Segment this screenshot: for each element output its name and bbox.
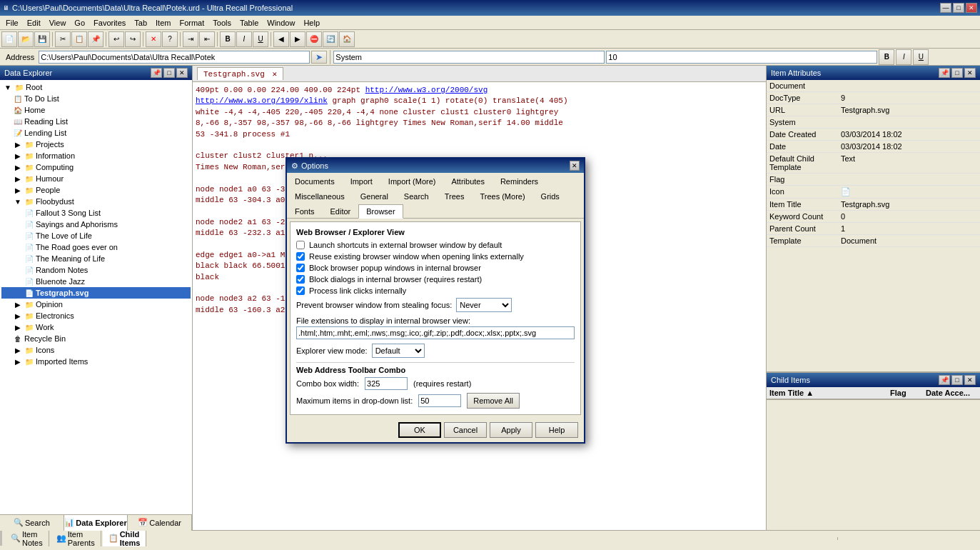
tab-fonts[interactable]: Fonts bbox=[287, 204, 323, 218]
menu-file[interactable]: File bbox=[1, 17, 23, 29]
open-btn[interactable]: 📂 bbox=[18, 31, 34, 47]
tree-item-recycle[interactable]: 🗑 Recycle Bin bbox=[1, 333, 191, 344]
tab-import-more[interactable]: Import (More) bbox=[380, 174, 444, 188]
minimize-button[interactable]: — bbox=[940, 3, 951, 13]
tree-item-road[interactable]: 📄 The Road goes ever on bbox=[1, 241, 191, 253]
reuse-browser-checkbox[interactable] bbox=[296, 252, 305, 261]
tab-grids[interactable]: Grids bbox=[533, 189, 567, 203]
menu-window[interactable]: Window bbox=[263, 17, 299, 29]
tree-item-computing[interactable]: ▶ 📁 Computing bbox=[1, 161, 191, 173]
tree-item-home[interactable]: 🏠 Home bbox=[1, 104, 191, 116]
system-input[interactable] bbox=[333, 51, 605, 64]
dialog-help-button[interactable]: Help bbox=[535, 422, 578, 438]
tab-editor[interactable]: Editor bbox=[323, 204, 359, 218]
remove-all-button[interactable]: Remove All bbox=[467, 393, 520, 409]
tree-item-sayings[interactable]: 📄 Sayings and Aphorisms bbox=[1, 219, 191, 230]
tree-item-root[interactable]: ▼ 📁 Root bbox=[1, 81, 191, 93]
forward-btn[interactable]: ▶ bbox=[290, 31, 305, 47]
tree-item-people[interactable]: ▶ 📁 People bbox=[1, 184, 191, 196]
menu-view[interactable]: View bbox=[45, 17, 71, 29]
tab-attributes[interactable]: Attributes bbox=[443, 174, 492, 188]
underline-addr-btn[interactable]: U bbox=[913, 49, 929, 65]
home-btn[interactable]: 🏠 bbox=[339, 31, 355, 47]
ok-button[interactable]: OK bbox=[398, 422, 441, 438]
back-btn[interactable]: ◀ bbox=[273, 31, 289, 47]
max-items-input[interactable] bbox=[418, 394, 461, 407]
launch-shortcuts-checkbox[interactable] bbox=[296, 241, 305, 249]
help-btn[interactable]: ? bbox=[162, 31, 178, 47]
item-parents-button[interactable]: 👥 Item Parents bbox=[51, 531, 101, 546]
block-dialogs-checkbox[interactable] bbox=[296, 275, 305, 284]
tree-item-electronics[interactable]: ▶ 📁 Electronics bbox=[1, 310, 191, 321]
panel-close-button[interactable]: ✕ bbox=[176, 68, 188, 78]
tree-item-fallout[interactable]: 📄 Fallout 3 Song List bbox=[1, 207, 191, 219]
dialog-close-button[interactable]: ✕ bbox=[570, 161, 580, 171]
attr-float-button[interactable]: □ bbox=[951, 68, 963, 78]
tree-item-opinion[interactable]: ▶ 📁 Opinion bbox=[1, 299, 191, 310]
tree-item-imported[interactable]: ▶ 📁 Imported Items bbox=[1, 356, 191, 367]
tree-item-love[interactable]: 📄 The Love of Life bbox=[1, 230, 191, 241]
child-col-title[interactable]: Item Title ▲ bbox=[767, 387, 887, 399]
attr-pin-button[interactable]: 📌 bbox=[939, 68, 950, 78]
new-btn[interactable]: 📄 bbox=[1, 31, 17, 47]
cancel-button[interactable]: Cancel bbox=[444, 422, 487, 438]
italic-addr-btn[interactable]: I bbox=[896, 49, 911, 65]
tree-item-todo[interactable]: 📋 To Do List bbox=[1, 93, 191, 104]
tab-browser[interactable]: Browser bbox=[358, 204, 403, 219]
menu-tools[interactable]: Tools bbox=[208, 17, 236, 29]
tree-item-work[interactable]: ▶ 📁 Work bbox=[1, 321, 191, 333]
menu-item[interactable]: Item bbox=[151, 17, 175, 29]
tree-item-icons[interactable]: ▶ 📁 Icons bbox=[1, 344, 191, 356]
apply-button[interactable]: Apply bbox=[490, 422, 532, 438]
menu-table[interactable]: Table bbox=[236, 17, 263, 29]
stop-btn[interactable]: ⛔ bbox=[306, 31, 322, 47]
child-items-status-button[interactable]: 📋 Child Items bbox=[103, 531, 147, 546]
tab-import[interactable]: Import bbox=[343, 174, 380, 188]
data-explorer-tab-button[interactable]: 📊 Data Explorer bbox=[64, 515, 128, 531]
redo-btn[interactable]: ↪ bbox=[125, 31, 141, 47]
tree-item-random[interactable]: 📄 Random Notes bbox=[1, 264, 191, 276]
panel-float-button[interactable]: □ bbox=[163, 68, 175, 78]
menu-format[interactable]: Format bbox=[175, 17, 208, 29]
menu-help[interactable]: Help bbox=[299, 17, 324, 29]
menu-go[interactable]: Go bbox=[70, 17, 89, 29]
underline-btn[interactable]: U bbox=[253, 31, 268, 47]
menu-edit[interactable]: Edit bbox=[23, 17, 45, 29]
child-float-button[interactable]: □ bbox=[951, 375, 963, 385]
child-pin-button[interactable]: 📌 bbox=[939, 375, 950, 385]
close-button[interactable]: ✕ bbox=[966, 3, 977, 13]
tree-item-bluenote[interactable]: 📄 Bluenote Jazz bbox=[1, 276, 191, 287]
tree-item-humour[interactable]: ▶ 📁 Humour bbox=[1, 173, 191, 184]
block-popup-checkbox[interactable] bbox=[296, 264, 305, 272]
tree-item-testgraph[interactable]: 📄 Testgraph.svg bbox=[1, 287, 191, 299]
menu-tab[interactable]: Tab bbox=[130, 17, 151, 29]
tab-general[interactable]: General bbox=[353, 189, 396, 203]
tree-item-floobydust[interactable]: ▼ 📁 Floobydust bbox=[1, 196, 191, 207]
tree-item-information[interactable]: ▶ 📁 Information bbox=[1, 150, 191, 161]
refresh-btn[interactable]: 🔄 bbox=[323, 31, 338, 47]
prevent-select[interactable]: Never Always Sometimes bbox=[456, 298, 512, 312]
search-tab-button[interactable]: 🔍 Search bbox=[0, 515, 64, 531]
item-notes-button[interactable]: 🔍 Item Notes bbox=[5, 531, 49, 546]
indent-btn[interactable]: ⇥ bbox=[183, 31, 198, 47]
content-tab-close-icon[interactable]: ✕ bbox=[272, 70, 277, 79]
bold-btn[interactable]: B bbox=[220, 31, 236, 47]
cut-btn[interactable]: ✂ bbox=[55, 31, 71, 47]
tab-miscellaneous[interactable]: Miscellaneous bbox=[287, 189, 353, 203]
undo-btn[interactable]: ↩ bbox=[108, 31, 124, 47]
maximize-button[interactable]: □ bbox=[953, 3, 964, 13]
delete-btn[interactable]: ✕ bbox=[146, 31, 161, 47]
process-link-checkbox[interactable] bbox=[296, 286, 305, 295]
combo-width-input[interactable] bbox=[365, 377, 408, 390]
bold-addr-btn[interactable]: B bbox=[879, 49, 894, 65]
calendar-tab-button[interactable]: 📅 Calendar bbox=[128, 515, 192, 531]
paste-btn[interactable]: 📌 bbox=[88, 31, 103, 47]
menu-favorites[interactable]: Favorites bbox=[89, 17, 130, 29]
italic-btn[interactable]: I bbox=[236, 31, 252, 47]
panel-pin-button[interactable]: 📌 bbox=[151, 68, 162, 78]
file-ext-input[interactable] bbox=[296, 326, 575, 339]
tab-reminders[interactable]: Reminders bbox=[492, 174, 546, 188]
child-close-button[interactable]: ✕ bbox=[964, 375, 976, 385]
save-btn[interactable]: 💾 bbox=[34, 31, 50, 47]
tree-item-lending[interactable]: 📝 Lending List bbox=[1, 127, 191, 139]
